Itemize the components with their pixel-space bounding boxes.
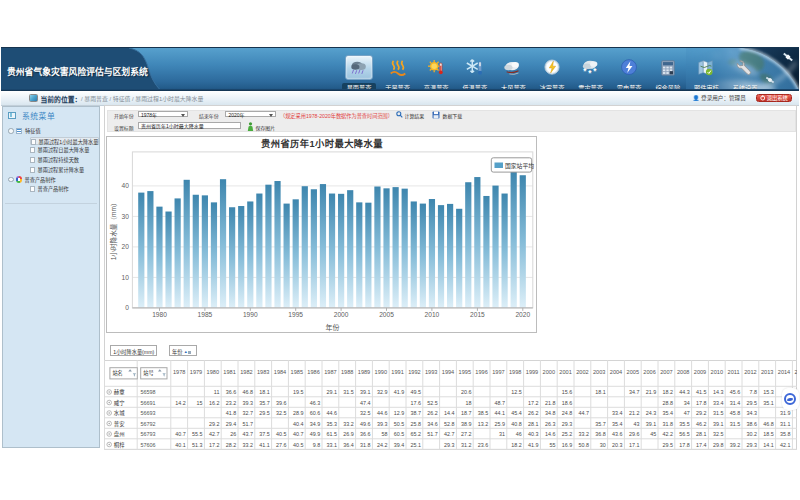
svg-text:12.9: 12.9 xyxy=(394,410,405,416)
svg-text:1996: 1996 xyxy=(476,369,488,375)
svg-text:41.9: 41.9 xyxy=(528,442,539,448)
svg-text:31.5: 31.5 xyxy=(344,389,355,395)
svg-text:0: 0 xyxy=(125,304,129,311)
svg-text:56691: 56691 xyxy=(141,400,156,406)
svg-text:49.6: 49.6 xyxy=(360,421,371,427)
svg-text:42.1: 42.1 xyxy=(780,442,791,448)
svg-text:赫章: 赫章 xyxy=(114,388,125,396)
svg-text:51.7: 51.7 xyxy=(428,431,439,437)
svg-text:17.6: 17.6 xyxy=(411,400,422,406)
svg-text:35.3: 35.3 xyxy=(327,421,338,427)
svg-text:24.3: 24.3 xyxy=(646,410,657,416)
svg-text:年份: 年份 xyxy=(326,323,340,332)
svg-text:29.1: 29.1 xyxy=(327,389,338,395)
svg-text:水城: 水城 xyxy=(114,409,125,417)
svg-text:2015: 2015 xyxy=(795,369,797,375)
svg-text:2015: 2015 xyxy=(470,311,485,318)
svg-text:29.3: 29.3 xyxy=(747,442,758,448)
svg-text:*: * xyxy=(593,67,597,76)
svg-text:51.7: 51.7 xyxy=(243,421,254,427)
svg-text:17.8: 17.8 xyxy=(680,442,691,448)
svg-text:2009: 2009 xyxy=(694,369,706,375)
svg-text:55: 55 xyxy=(550,442,556,448)
svg-text:15.6: 15.6 xyxy=(562,389,573,395)
svg-text:桐梓: 桐梓 xyxy=(114,441,125,449)
svg-text:39.1: 39.1 xyxy=(360,389,371,395)
svg-text:35.1: 35.1 xyxy=(764,400,775,406)
svg-text:40.7: 40.7 xyxy=(176,431,187,437)
svg-text:1994: 1994 xyxy=(442,369,454,375)
svg-text:34.6: 34.6 xyxy=(428,421,439,427)
svg-text:18.5: 18.5 xyxy=(764,431,775,437)
svg-text:30: 30 xyxy=(600,442,606,448)
svg-text:29.5: 29.5 xyxy=(260,410,271,416)
svg-text:33.4: 33.4 xyxy=(612,410,623,416)
svg-text:1989: 1989 xyxy=(358,369,370,375)
svg-text:25.9: 25.9 xyxy=(495,421,506,427)
svg-text:16.9: 16.9 xyxy=(562,442,573,448)
svg-text:38.5: 38.5 xyxy=(478,410,489,416)
svg-text:普安: 普安 xyxy=(114,420,125,428)
svg-text:41.5: 41.5 xyxy=(696,389,707,395)
svg-text:25.1: 25.1 xyxy=(411,442,422,448)
svg-text:46.8: 46.8 xyxy=(243,389,254,395)
svg-text:1980: 1980 xyxy=(152,311,167,318)
svg-text:20.3: 20.3 xyxy=(612,442,623,448)
svg-text:41.8: 41.8 xyxy=(226,410,237,416)
svg-text:31.8: 31.8 xyxy=(360,442,371,448)
svg-text:14.3: 14.3 xyxy=(713,389,724,395)
svg-text:15.3: 15.3 xyxy=(764,389,775,395)
svg-text:24.2: 24.2 xyxy=(377,442,388,448)
svg-text:26.2: 26.2 xyxy=(428,410,439,416)
svg-text:36.6: 36.6 xyxy=(360,431,371,437)
svg-text:国家站平均: 国家站平均 xyxy=(505,161,534,169)
svg-text:46.2: 46.2 xyxy=(696,421,707,427)
svg-text:10: 10 xyxy=(122,273,130,280)
svg-text:32.5: 32.5 xyxy=(713,431,724,437)
svg-text:42.7: 42.7 xyxy=(209,431,220,437)
svg-text:43.7: 43.7 xyxy=(243,431,254,437)
svg-text:28.1: 28.1 xyxy=(528,421,539,427)
svg-text:37.5: 37.5 xyxy=(260,431,271,437)
svg-text:31: 31 xyxy=(499,431,505,437)
svg-text:1992: 1992 xyxy=(408,369,420,375)
svg-text:44.6: 44.6 xyxy=(377,410,388,416)
svg-text:19.5: 19.5 xyxy=(293,389,304,395)
svg-text:2001: 2001 xyxy=(560,369,572,375)
svg-text:17.4: 17.4 xyxy=(696,442,707,448)
svg-text:30.2: 30.2 xyxy=(747,431,758,437)
svg-text:45: 45 xyxy=(650,431,656,437)
svg-text:2000: 2000 xyxy=(543,369,555,375)
svg-text:1988: 1988 xyxy=(341,369,353,375)
svg-text:18.1: 18.1 xyxy=(260,389,271,395)
svg-text:56.5: 56.5 xyxy=(680,431,691,437)
svg-text:1987: 1987 xyxy=(324,369,336,375)
svg-text:1985: 1985 xyxy=(291,369,303,375)
svg-text:28.8: 28.8 xyxy=(663,400,674,406)
svg-text:29.4: 29.4 xyxy=(226,421,237,427)
svg-text:13.2: 13.2 xyxy=(478,421,489,427)
svg-text:44.7: 44.7 xyxy=(579,410,590,416)
svg-text:21.9: 21.9 xyxy=(646,389,657,395)
svg-text:31.1: 31.1 xyxy=(780,421,791,427)
svg-text:1986: 1986 xyxy=(308,369,320,375)
svg-text:9.8: 9.8 xyxy=(313,442,321,448)
svg-text:2000: 2000 xyxy=(334,311,349,318)
svg-text:31.5: 31.5 xyxy=(730,421,741,427)
svg-text:2010: 2010 xyxy=(425,311,440,318)
svg-text:40.5: 40.5 xyxy=(293,442,304,448)
svg-text:1980: 1980 xyxy=(207,369,219,375)
svg-text:38.6: 38.6 xyxy=(747,421,758,427)
svg-text:33.2: 33.2 xyxy=(579,431,590,437)
svg-text:65.2: 65.2 xyxy=(411,431,422,437)
svg-text:17.8: 17.8 xyxy=(696,400,707,406)
svg-text:39.1: 39.1 xyxy=(646,421,657,427)
svg-text:49.9: 49.9 xyxy=(310,431,321,437)
svg-text:34.8: 34.8 xyxy=(545,410,556,416)
svg-text:29.3: 29.3 xyxy=(562,421,573,427)
svg-text:18.2: 18.2 xyxy=(663,389,674,395)
svg-text:17.2: 17.2 xyxy=(528,400,539,406)
svg-text:2012: 2012 xyxy=(744,369,756,375)
svg-text:29.3: 29.3 xyxy=(444,442,455,448)
svg-text:1991: 1991 xyxy=(392,369,404,375)
